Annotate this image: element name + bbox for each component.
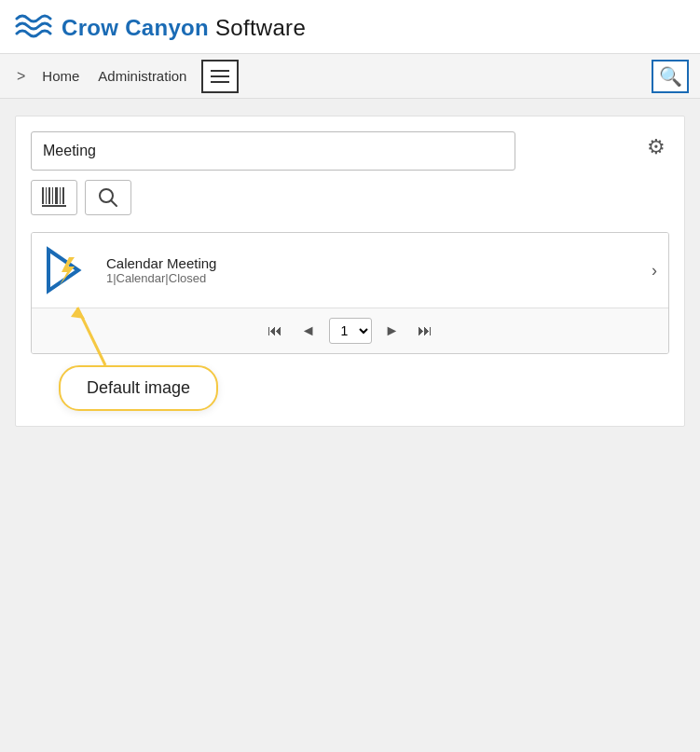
svg-rect-0 [42,187,44,204]
nav-expand-icon[interactable]: > [11,64,31,89]
menu-line-2 [211,75,229,77]
result-subtitle: 1|Calendar|Closed [106,271,637,285]
svg-rect-6 [62,187,64,204]
search-icon: 🔍 [659,65,682,88]
result-arrow-icon[interactable]: › [652,261,657,280]
svg-line-9 [111,200,117,206]
result-title: Calendar Meeting [106,255,637,271]
nav-menu-button[interactable] [201,60,239,93]
page-select[interactable]: 1 [329,318,372,344]
search-settings-row: ⚙ [31,131,669,171]
barcode-icon [42,187,66,208]
default-image-tooltip-wrapper: Default image [59,365,218,411]
result-text: Calendar Meeting 1|Calendar|Closed [106,255,637,285]
logo-area: Crow Canyon Software [15,11,306,45]
prev-page-button[interactable]: ◄ [295,320,322,342]
last-page-button[interactable]: ⏭ [412,320,438,342]
search-button[interactable] [85,180,131,215]
main-content: ⚙ [15,116,685,427]
lightning-icon [43,246,91,294]
nav-search-button[interactable]: 🔍 [652,60,689,93]
tooltip-arrow-line-icon [68,298,143,365]
svg-rect-1 [46,187,47,204]
app-header: Crow Canyon Software [0,0,700,54]
svg-rect-4 [55,187,58,204]
svg-marker-13 [71,308,85,319]
magnifier-icon [98,187,118,208]
nav-admin-link[interactable]: Administration [90,64,194,88]
icon-buttons-row [31,180,669,215]
settings-gear-button[interactable]: ⚙ [643,131,669,163]
default-image-label: Default image [59,365,218,411]
logo-text: Crow Canyon Software [62,15,306,41]
menu-line-3 [211,81,229,83]
svg-rect-7 [42,205,66,207]
svg-rect-5 [60,187,61,204]
first-page-button[interactable]: ⏮ [262,320,288,342]
svg-rect-3 [52,187,53,204]
result-row[interactable]: Calendar Meeting 1|Calendar|Closed › [32,233,668,308]
logo-waves-icon [15,11,56,45]
nav-home-link[interactable]: Home [34,64,87,88]
next-page-button[interactable]: ► [379,320,405,342]
navbar: > Home Administration 🔍 [0,54,700,99]
menu-line-1 [211,70,229,72]
search-input[interactable] [31,131,515,171]
barcode-button[interactable] [31,180,77,215]
svg-rect-2 [48,187,50,204]
